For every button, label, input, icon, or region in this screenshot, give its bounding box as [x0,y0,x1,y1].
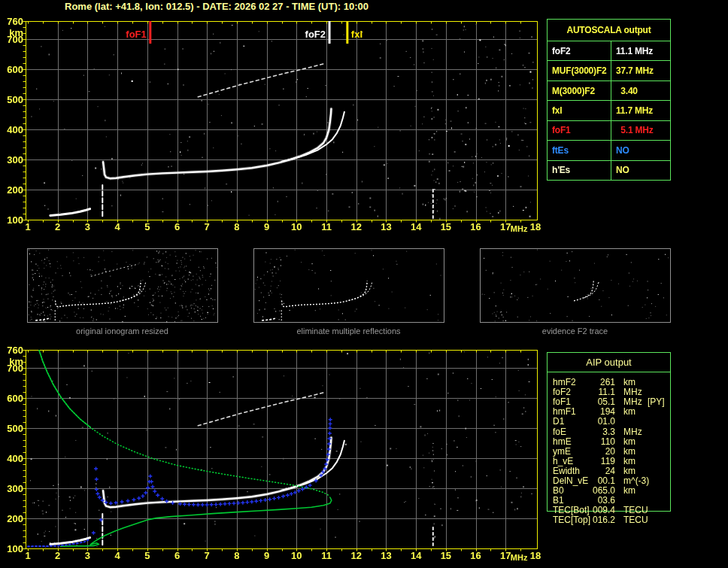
x-tick-label: 4 [108,221,127,232]
x-tick-label: 10 [287,221,306,232]
aip-row-TECBot: TEC[Bot]009.4TECU [548,506,670,515]
aip-name: B1 [553,496,564,506]
aip-unit: TECU [623,515,648,525]
x-tick-label: 9 [257,221,277,232]
aip-row-B0: B0065.0km [548,486,670,496]
autoscala-row-value: 11.1 MHz [611,41,670,60]
aip-name: ymE [553,447,571,457]
aip-output-table: AIP output hmF2261kmfoF211.1MHzfoF105.1M… [547,352,671,512]
thumbnail-caption-original: original ionogram resized [27,327,217,336]
aip-name: B0 [553,486,564,496]
aip-table-header: AIP output [548,353,670,372]
aip-val: 03.6 [576,496,615,506]
aip-name: foF1 [553,397,571,407]
autoscala-row-label-MUF3000F2: MUF(3000)F2 [548,60,611,80]
aip-val: 00.1 [576,476,615,486]
y-tick-label: 200 [2,184,23,196]
aip-val: 261 [576,378,615,387]
aip-row-Ewidth: Ewidth24km [548,466,670,476]
x-tick-label: 7 [197,221,217,232]
thumbnail-caption-evidence: evidence F2 trace [480,327,670,336]
x-tick-label: 2 [48,221,68,232]
y-tick-label: 100 [2,543,23,554]
autoscala-table-header: AUTOSCALA output [548,20,670,41]
aip-unit: km [623,437,635,447]
x-tick-label: 11 [317,221,336,232]
x-tick-label: 12 [347,550,366,561]
x-tick-label: 14 [406,221,426,232]
x-tick-label: 14 [406,550,426,561]
aip-val: 194 [576,407,615,417]
autoscala-row-label-fxI: fxI [548,100,611,120]
aip-name: foE [553,427,566,437]
aip-name: hmE [553,437,572,447]
aip-unit: TECU [623,506,648,515]
aip-row-foE: foE3.3MHz [548,427,670,437]
aip-val: 016.2 [576,515,615,525]
aip-row-hmE: hmE110km [548,437,670,447]
autoscala-output-table: AUTOSCALA output foF211.1 MHzMUF(3000)F2… [547,19,671,181]
x-tick-label: 9 [257,550,277,561]
autoscala-row-label-foF1: foF1 [548,120,611,140]
aip-unit: km [623,486,635,496]
autoscala-row-label-M3000F2: M(3000)F2 [548,80,611,100]
x-tick-label: 3 [77,550,97,561]
autoscala-row-value: NO [611,160,670,180]
y-tick-label: 100 [2,214,23,226]
aip-row-D1: D101.0 [548,417,670,427]
x-tick-label: 12 [347,221,366,232]
autoscala-row-label-ftEs: ftEs [548,140,611,159]
aip-name: foF2 [553,387,571,397]
thumbnail-caption-eliminate: eliminate multiple reflections [253,327,444,336]
aip-name: hmF2 [553,378,576,387]
aip-unit: MHz [623,427,642,437]
aip-unit: m^(-3) [623,476,649,486]
autoscala-screen: { "title": "Rome (lat: +41.8, lon: 012.5… [0,0,728,568]
y-tick-label: 700 [2,363,23,374]
aip-val: 20 [576,447,615,457]
x-tick-label: 3 [77,221,97,232]
aip-row-ymE: ymE20km [548,447,670,457]
aip-row-B1: B103.6 [548,496,670,506]
x-tick-label: 16 [466,550,486,561]
aip-row-TECTop: TEC[Top]016.2TECU [548,515,670,525]
aip-unit: km [623,457,635,466]
y-tick-label: 300 [2,483,23,494]
autoscala-row-label-foF2: foF2 [548,41,611,60]
aip-unit: km [623,447,635,457]
aip-val: 05.1 [576,397,615,407]
aip-row-foF2: foF211.1MHz [548,387,670,397]
autoscala-row-label-hEs: h'Es [548,160,611,180]
y-tick-label: 700 [2,34,23,45]
autoscala-row-value: 11.7 MHz [611,100,670,120]
aip-val: 24 [576,466,615,476]
aip-extra: [PY] [648,397,665,407]
aip-row-hmF1: hmF1194km [548,407,670,417]
y-tick-label: 600 [2,64,23,75]
aip-val: 11.1 [576,387,615,397]
x-tick-label: 5 [138,221,157,232]
marker-label-foF1: foF1 [122,29,147,40]
y-tick-label: 600 [2,393,23,404]
x-tick-label: 8 [227,550,247,561]
autoscala-row-value: 3.40 [611,80,670,100]
aip-val: 110 [576,437,615,447]
x-tick-label: 16 [466,221,486,232]
x-tick-label: 11 [317,550,336,561]
y-tick-label: 500 [2,94,23,105]
x-tick-label: 5 [138,550,157,561]
aip-name: hmF1 [553,407,576,417]
aip-val: 065.0 [576,486,615,496]
x-tick-label: 15 [436,550,456,561]
y-tick-label: 400 [2,124,23,135]
aip-val: 119 [576,457,615,466]
x-tick-label: 10 [287,550,306,561]
aip-unit: MHz [623,397,642,407]
x-tick-label: 6 [168,550,187,561]
x-tick-label: 8 [227,221,247,232]
x-axis-unit-label: MHz [508,553,529,562]
x-tick-label: 7 [197,550,217,561]
x-tick-label: 13 [376,550,396,561]
aip-val: 01.0 [576,417,615,427]
x-tick-label: 2 [48,550,68,561]
